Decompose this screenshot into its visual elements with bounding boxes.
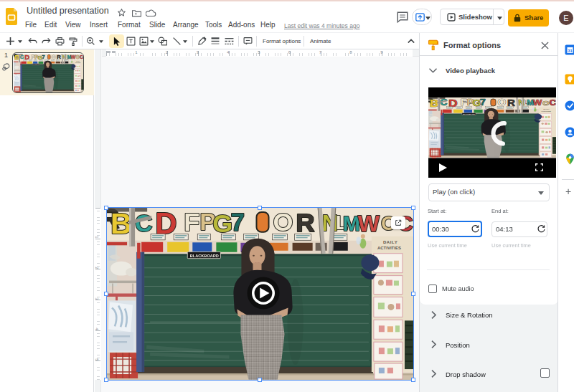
- svg-text:31: 31: [568, 49, 573, 53]
